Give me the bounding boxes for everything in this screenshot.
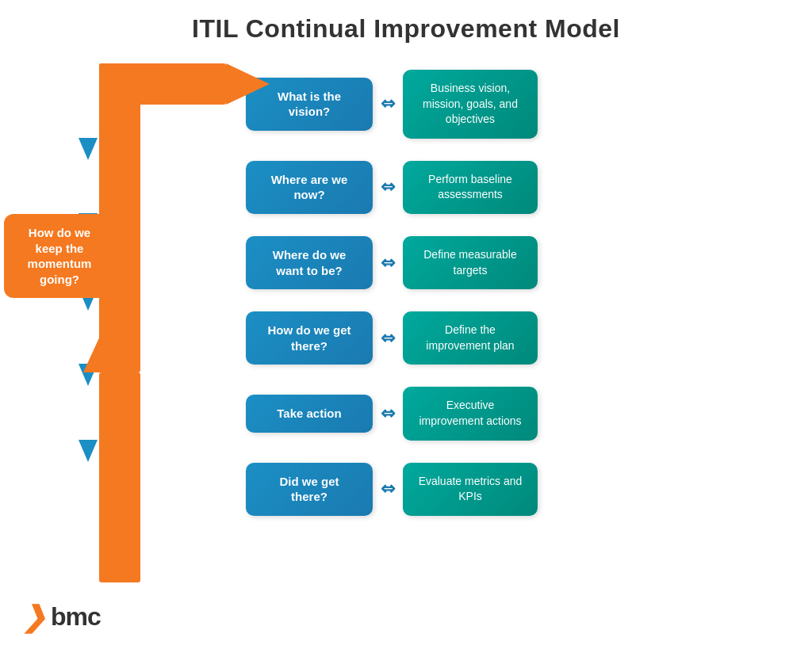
svg-rect-1 [99, 63, 226, 105]
double-arrow-2: ⇔ [381, 177, 395, 197]
flow-item-3: Where do we want to be? ⇔ Define measura… [246, 236, 538, 289]
flow-item-4: How do we get there? ⇔ Define the improv… [246, 311, 538, 365]
flow-item-5: Take action ⇔ Executive improvement acti… [246, 387, 538, 440]
double-arrow-3: ⇔ [381, 253, 395, 273]
orange-arrow-diagram [24, 63, 270, 602]
teal-box-did: Evaluate metrics and KPIs [403, 463, 538, 516]
flow-item-6: Did we get there? ⇔ Evaluate metrics and… [246, 463, 538, 516]
teal-box-get-there: Define the improvement plan [403, 311, 538, 365]
svg-rect-3 [99, 372, 140, 582]
double-arrow-6: ⇔ [381, 479, 395, 499]
flow-item-1: What is the vision? ⇔ Business vision, m… [246, 70, 538, 139]
page-title: ITIL Continual Improvement Model [0, 0, 812, 52]
double-arrow-5: ⇔ [381, 403, 395, 424]
bmc-text: bmc [51, 602, 101, 632]
teal-box-now: Perform baseline assessments [403, 161, 538, 214]
page-container: ITIL Continual Improvement Model How do … [0, 0, 812, 649]
teal-box-vision: Business vision, mission, goals, and obj… [403, 70, 538, 139]
svg-marker-2 [226, 63, 270, 105]
double-arrow-4: ⇔ [381, 328, 395, 349]
teal-box-action: Executive improvement actions [403, 387, 538, 440]
flow-container: What is the vision? ⇔ Business vision, m… [246, 70, 538, 516]
bmc-logo: ❯ bmc [22, 602, 101, 632]
bmc-chevron-icon: ❯ [22, 603, 46, 632]
momentum-box: How do we keep the momentum going? [4, 214, 115, 298]
flow-item-2: Where are we now? ⇔ Perform baseline ass… [246, 161, 538, 214]
teal-box-want: Define measurable targets [403, 236, 538, 289]
double-arrow-1: ⇔ [381, 94, 395, 114]
